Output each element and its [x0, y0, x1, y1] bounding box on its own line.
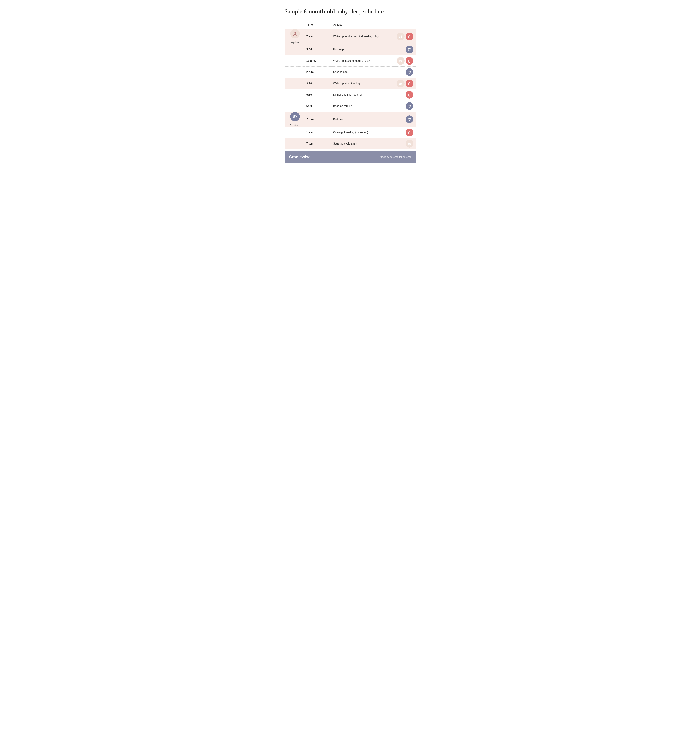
section-cell	[285, 89, 305, 100]
icons-group	[396, 80, 413, 87]
icons-cell	[396, 100, 416, 112]
footer-bar: Cradlewise Made by parents, for parents	[285, 151, 416, 163]
bottle-icon	[406, 57, 413, 65]
svg-point-4	[409, 37, 409, 37]
table-row: 9:30 First nap	[285, 44, 416, 55]
bottle-icon	[406, 32, 413, 40]
activity-cell: Wake up for the day, first feeding, play	[332, 29, 396, 44]
baby-icon	[397, 57, 404, 65]
time-cell: 11 a.m.	[305, 55, 332, 66]
time-cell: 5:30	[305, 89, 332, 100]
baby-icon	[397, 32, 404, 40]
svg-point-11	[409, 62, 410, 62]
icons-cell	[396, 89, 416, 100]
icons-group	[396, 91, 413, 99]
table-header-row: Time Activity	[285, 20, 416, 29]
section-cell: Bedtime	[285, 112, 305, 127]
table-row: 5:30 Dinner and final feeding	[285, 89, 416, 100]
activity-cell: Bedtime	[332, 112, 396, 127]
sleep-icon	[406, 115, 413, 123]
table-row: 3:30 Wake up, third feeding	[285, 78, 416, 89]
table-row: 6:30 Bedtime routine	[285, 100, 416, 112]
icons-cell	[396, 66, 416, 78]
daytime-section-icon	[290, 29, 300, 38]
icons-cell	[396, 44, 416, 55]
bottle-icon	[406, 128, 413, 136]
header-time: Time	[305, 20, 332, 29]
footer-brand: Cradlewise	[289, 155, 310, 159]
time-cell: 3:30	[305, 78, 332, 89]
svg-point-21	[409, 96, 410, 96]
svg-point-20	[409, 96, 409, 96]
activity-cell: Wake up, second feeding, play	[332, 55, 396, 66]
section-cell	[285, 44, 305, 55]
icons-cell	[396, 138, 416, 149]
activity-cell: Overnight feeding (if needed)	[332, 127, 396, 138]
bedtime-label: Bedtime	[290, 124, 299, 127]
daytime-label: Daytime	[290, 41, 299, 44]
table-row: Bedtime 7 p.m. Bedtime	[285, 112, 416, 127]
activity-cell: First nap	[332, 44, 396, 55]
section-cell	[285, 100, 305, 112]
icons-group	[396, 46, 413, 53]
icons-group	[396, 57, 413, 65]
icons-cell	[396, 127, 416, 138]
table-row: 1 a.m. Overnight feeding (if needed)	[285, 127, 416, 138]
svg-point-7	[400, 59, 401, 61]
svg-point-29	[409, 142, 410, 144]
sleep-icon	[406, 46, 413, 53]
bedtime-section-icon	[290, 112, 300, 121]
activity-cell: Dinner and final feeding	[332, 89, 396, 100]
sleep-icon	[406, 68, 413, 76]
time-cell: 9:30	[305, 44, 332, 55]
table-row: 11 a.m. Wake up, second feeding, play	[285, 55, 416, 66]
baby-icon	[397, 80, 404, 87]
section-cell	[285, 78, 305, 89]
sleep-icon	[406, 102, 413, 110]
activity-cell: Second nap	[332, 66, 396, 78]
table-row: 7 a.m. Start the cycle again	[285, 138, 416, 149]
icons-group	[396, 128, 413, 136]
icons-group	[396, 68, 413, 76]
time-cell: 2 p.m.	[305, 66, 332, 78]
icons-cell	[396, 112, 416, 127]
bottle-icon	[406, 91, 413, 99]
time-cell: 7 a.m.	[305, 138, 332, 149]
header-section-col	[285, 20, 305, 29]
section-cell	[285, 66, 305, 78]
svg-point-0	[294, 32, 296, 34]
icons-cell	[396, 29, 416, 44]
icons-cell	[396, 55, 416, 66]
activity-cell: Start the cycle again	[332, 138, 396, 149]
icons-group	[396, 115, 413, 123]
baby-icon	[406, 140, 413, 147]
svg-point-13	[400, 82, 401, 84]
section-cell	[285, 127, 305, 138]
svg-point-5	[409, 37, 410, 37]
footer-tagline: Made by parents, for parents	[380, 156, 411, 158]
time-cell: 7 p.m.	[305, 112, 332, 127]
header-activity: Activity	[332, 20, 396, 29]
activity-cell: Bedtime routine	[332, 100, 396, 112]
header-icons-col	[396, 20, 416, 29]
time-cell: 1 a.m.	[305, 127, 332, 138]
svg-point-1	[400, 35, 401, 36]
table-row: Daytime 7 a.m. Wake up for the day, firs…	[285, 29, 416, 44]
activity-cell: Wake up, third feeding	[332, 78, 396, 89]
bottle-icon	[406, 80, 413, 87]
section-cell	[285, 55, 305, 66]
title-bold: 6-month-old	[304, 8, 335, 15]
section-cell: Daytime	[285, 29, 305, 44]
icons-group	[396, 32, 413, 40]
icons-group	[396, 102, 413, 110]
table-row: 2 p.m. Second nap	[285, 66, 416, 78]
page-title: Sample 6-month-old baby sleep schedule	[285, 8, 416, 15]
section-cell	[285, 138, 305, 149]
time-cell: 7 a.m.	[305, 29, 332, 44]
icons-cell	[396, 78, 416, 89]
title-suffix: baby sleep schedule	[335, 8, 384, 15]
time-cell: 6:30	[305, 100, 332, 112]
icons-group	[396, 140, 413, 147]
title-prefix: Sample	[285, 8, 304, 15]
schedule-table: Time Activity Daytime 7 a.m. Wake up for…	[285, 20, 416, 149]
